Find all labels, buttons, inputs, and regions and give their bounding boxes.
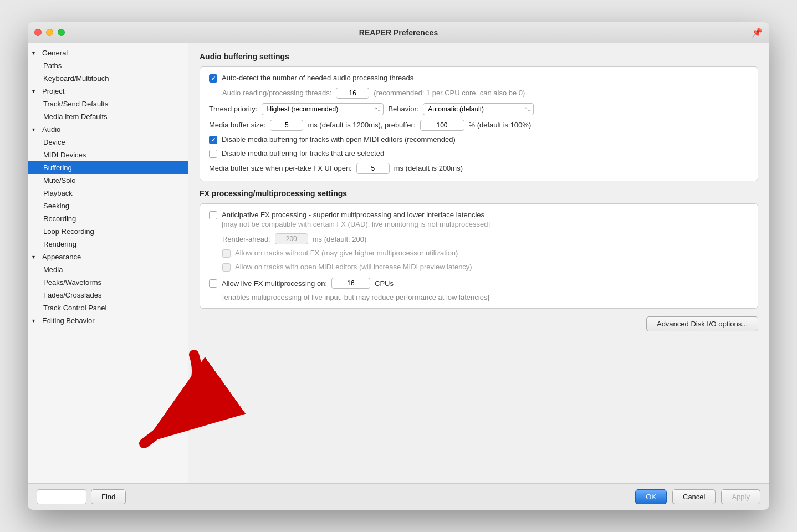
threads-input[interactable] [336, 88, 369, 99]
buffer-size-unit: ms (default is 1200ms), prebuffer: [308, 121, 415, 129]
anticipative-fx-label: Anticipative FX processing - superior mu… [222, 211, 490, 220]
behavior-select[interactable]: Automatic (default) Conservative Aggress… [423, 103, 534, 115]
sidebar-item-buffering[interactable]: Buffering [28, 161, 188, 174]
sidebar-item-keyboard[interactable]: Keyboard/Multitouch [28, 72, 188, 85]
titlebar: REAPER Preferences 📌 [28, 22, 769, 43]
pin-icon: 📌 [752, 27, 763, 38]
main-content: ▾ General Paths Keyboard/Multitouch ▾ Pr… [28, 43, 769, 483]
sidebar-item-audio[interactable]: ▾ Audio [28, 123, 188, 136]
live-fx-checkbox[interactable] [209, 279, 217, 288]
sidebar-item-media-item[interactable]: Media Item Defaults [28, 110, 188, 123]
audio-buffering-title: Audio buffering settings [200, 52, 758, 61]
auto-detect-label: Auto-detect the number of needed audio p… [222, 74, 413, 83]
traffic-lights [34, 29, 65, 36]
sidebar-label-midi-devices: MIDI Devices [43, 151, 86, 159]
footer-right: OK Cancel Apply [635, 489, 760, 504]
prebuffer-input[interactable] [420, 120, 464, 131]
behavior-select-wrapper: Automatic (default) Conservative Aggress… [423, 103, 534, 115]
sidebar-item-general[interactable]: ▾ General [28, 47, 188, 59]
sidebar-item-playback[interactable]: Playback [28, 187, 188, 200]
sidebar-label-audio: Audio [42, 125, 60, 134]
sidebar-label-general: General [42, 49, 68, 57]
sidebar-label-loop-recording: Loop Recording [43, 227, 94, 236]
priority-select[interactable]: Highest (recommended) Above Normal Norma… [262, 103, 384, 115]
sidebar-item-mute-solo[interactable]: Mute/Solo [28, 174, 188, 187]
sidebar-item-recording[interactable]: Recording [28, 212, 188, 225]
sidebar-item-paths[interactable]: Paths [28, 59, 188, 72]
ok-button[interactable]: OK [635, 489, 667, 504]
anticipative-fx-sublabel: [may not be compatible with certain FX (… [222, 220, 490, 229]
priority-row: Thread priority: Highest (recommended) A… [209, 103, 749, 115]
sidebar-item-project[interactable]: ▾ Project [28, 85, 188, 98]
footer: Find OK Cancel Apply [28, 483, 769, 510]
sidebar-label-seeking: Seeking [43, 202, 69, 210]
sidebar-label-track-send: Track/Send Defaults [43, 100, 108, 108]
sidebar-label-appearance: Appearance [42, 253, 81, 261]
live-fx-label: Allow live FX multiprocessing on: [222, 279, 327, 288]
anticipative-fx-row: Anticipative FX processing - superior mu… [209, 211, 749, 229]
sidebar-label-keyboard: Keyboard/Multitouch [43, 74, 109, 83]
live-fx-unit: CPUs [375, 279, 394, 288]
fx-processing-box: Anticipative FX processing - superior mu… [200, 203, 758, 309]
maximize-button[interactable] [58, 29, 65, 36]
auto-detect-row: Auto-detect the number of needed audio p… [209, 74, 749, 83]
allow-no-fx-row: Allow on tracks without FX (may give hig… [209, 249, 749, 258]
allow-midi-editors-label: Allow on tracks with open MIDI editors (… [235, 263, 472, 272]
apply-button[interactable]: Apply [721, 489, 760, 504]
sidebar-item-device[interactable]: Device [28, 136, 188, 149]
sidebar-item-rendering[interactable]: Rendering [28, 238, 188, 250]
fx-processing-title: FX processing/multiprocessing settings [200, 189, 758, 198]
per-take-unit: ms (default is 200ms) [394, 164, 463, 172]
buffer-size-label: Media buffer size: [209, 121, 265, 129]
sidebar-item-seeking[interactable]: Seeking [28, 200, 188, 212]
live-fx-input[interactable] [331, 278, 370, 289]
sidebar-item-midi-devices[interactable]: MIDI Devices [28, 149, 188, 161]
disable-midi-checkbox[interactable] [209, 136, 217, 144]
sidebar-item-track-panel[interactable]: Track Control Panel [28, 301, 188, 314]
allow-midi-editors-checkbox[interactable] [222, 263, 231, 272]
render-ahead-input[interactable] [275, 233, 308, 244]
live-fx-row: Allow live FX multiprocessing on: CPUs [209, 278, 749, 289]
sidebar-label-recording: Recording [43, 214, 76, 223]
chevron-audio: ▾ [32, 126, 39, 132]
close-button[interactable] [34, 29, 42, 36]
sidebar-item-appearance[interactable]: ▾ Appearance [28, 250, 188, 263]
priority-label: Thread priority: [209, 105, 257, 113]
sidebar-label-playback: Playback [43, 189, 73, 197]
preferences-window: REAPER Preferences 📌 ▾ General Paths Key… [28, 22, 769, 510]
live-fx-sublabel: [enables multiprocessing of live input, … [222, 293, 489, 301]
auto-detect-checkbox[interactable] [209, 74, 217, 83]
advanced-disk-button[interactable]: Advanced Disk I/O options... [646, 316, 758, 331]
disable-selected-checkbox[interactable] [209, 150, 217, 158]
per-take-input[interactable] [356, 163, 390, 174]
audio-buffering-box: Auto-detect the number of needed audio p… [200, 66, 758, 181]
sidebar-item-editing[interactable]: ▾ Editing Behavior [28, 314, 188, 327]
sidebar: ▾ General Paths Keyboard/Multitouch ▾ Pr… [28, 43, 188, 483]
sidebar-item-peaks-wave[interactable]: Peaks/Waveforms [28, 276, 188, 289]
disable-selected-row: Disable media buffering for tracks that … [209, 149, 749, 158]
allow-midi-editors-row: Allow on tracks with open MIDI editors (… [209, 263, 749, 272]
chevron-editing: ▾ [32, 318, 39, 324]
sidebar-label-media: Media [43, 265, 63, 274]
find-button[interactable]: Find [91, 489, 126, 504]
sidebar-item-loop-recording[interactable]: Loop Recording [28, 225, 188, 238]
sidebar-item-fades[interactable]: Fades/Crossfades [28, 289, 188, 301]
sidebar-item-media[interactable]: Media [28, 263, 188, 276]
buffer-size-input[interactable] [270, 120, 303, 131]
sidebar-label-project: Project [42, 87, 64, 95]
per-take-label: Media buffer size when per-take FX UI op… [209, 164, 352, 172]
search-input[interactable] [37, 489, 86, 504]
priority-select-wrapper: Highest (recommended) Above Normal Norma… [262, 103, 384, 115]
sidebar-label-media-item: Media Item Defaults [43, 112, 108, 121]
sidebar-item-track-send[interactable]: Track/Send Defaults [28, 98, 188, 110]
render-ahead-unit: ms (default: 200) [313, 235, 367, 243]
allow-no-fx-checkbox[interactable] [222, 249, 231, 258]
threads-hint: (recommended: 1 per CPU core. can also b… [374, 89, 525, 97]
anticipative-fx-checkbox[interactable] [209, 211, 217, 219]
sidebar-label-editing: Editing Behavior [42, 316, 95, 325]
threads-label: Audio reading/processing threads: [222, 89, 331, 97]
cancel-button[interactable]: Cancel [672, 489, 716, 504]
minimize-button[interactable] [46, 29, 53, 36]
sidebar-label-device: Device [43, 138, 65, 146]
content-area: Audio buffering settings Auto-detect the… [188, 43, 769, 483]
